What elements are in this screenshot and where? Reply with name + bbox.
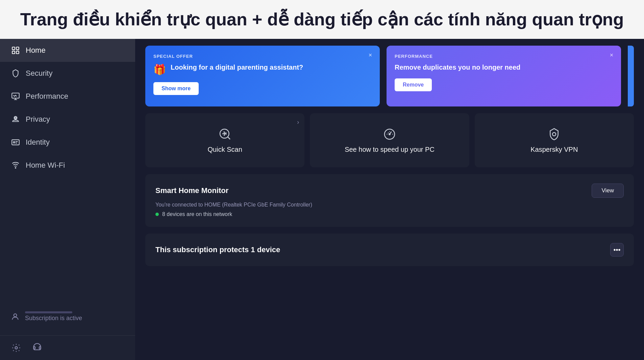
security-label: Security: [26, 69, 52, 78]
vpn-label: Kaspersky VPN: [530, 146, 578, 153]
vpn-shield-icon: [547, 127, 561, 141]
content-area: SPECIAL OFFER × 🎁 Looking for a digital …: [135, 39, 644, 360]
header-banner: Trang điều khiển trực quan + dễ dàng tiế…: [0, 0, 644, 39]
special-offer-close-button[interactable]: ×: [366, 51, 374, 59]
svg-rect-2: [12, 51, 15, 54]
vpn-card[interactable]: Kaspersky VPN: [475, 113, 634, 167]
subscription-card: This subscription protects 1 device •••: [145, 234, 634, 266]
support-button[interactable]: [32, 342, 43, 353]
wifi-icon: [11, 161, 20, 170]
svg-point-13: [39, 347, 41, 349]
svg-rect-1: [16, 47, 19, 50]
speedometer-icon: [383, 127, 396, 141]
svg-point-12: [34, 347, 35, 349]
sidebar-item-identity[interactable]: Identity: [0, 131, 135, 154]
svg-rect-0: [12, 47, 15, 50]
subscription-status: Subscription is active: [25, 315, 82, 321]
performance-offer-title: Remove duplicates you no longer need: [395, 63, 520, 72]
green-dot: [155, 213, 159, 216]
subscription-item: Subscription is active: [11, 308, 124, 325]
security-icon: [11, 69, 20, 78]
sidebar-bottom: Subscription is active: [0, 301, 135, 335]
devices-count: 8 devices are on this network: [162, 211, 232, 217]
right-strip: [628, 46, 634, 106]
gift-icon: 🎁: [153, 64, 166, 75]
svg-rect-3: [16, 51, 19, 54]
performance-label: Performance: [26, 92, 68, 101]
header-title: Trang điều khiển trực quan + dễ dàng tiế…: [20, 9, 624, 30]
privacy-label: Privacy: [26, 115, 50, 124]
home-wifi-label: Home Wi-Fi: [26, 161, 65, 170]
performance-offer-card: PERFORMANCE × Remove duplicates you no l…: [387, 46, 621, 106]
home-icon: [11, 46, 20, 55]
svg-point-6: [15, 117, 16, 119]
quick-scan-label: Quick Scan: [208, 146, 242, 153]
quick-scan-card[interactable]: › Quick Scan: [145, 113, 304, 167]
performance-offer-tag: PERFORMANCE: [395, 54, 613, 59]
quick-scan-icon: [218, 127, 232, 141]
settings-button[interactable]: [11, 342, 22, 353]
sidebar-item-privacy[interactable]: Privacy: [0, 108, 135, 131]
identity-icon: [11, 138, 20, 147]
performance-offer-body: Remove duplicates you no longer need: [395, 63, 613, 72]
show-more-button[interactable]: Show more: [153, 82, 199, 95]
performance-offer-close-button[interactable]: ×: [608, 51, 616, 59]
monitor-title: Smart Home Monitor: [155, 186, 228, 195]
privacy-icon: [11, 115, 20, 124]
action-cards-row: › Quick Scan: [145, 113, 634, 167]
sidebar-item-home-wifi[interactable]: Home Wi-Fi: [0, 154, 135, 177]
sidebar-footer: [0, 335, 135, 360]
subscription-progress-bar: [25, 311, 72, 313]
svg-point-9: [15, 168, 16, 168]
svg-point-11: [15, 347, 18, 349]
monitor-devices: 8 devices are on this network: [155, 211, 624, 217]
user-icon: [11, 312, 20, 321]
special-offer-tag: SPECIAL OFFER: [153, 54, 372, 59]
sidebar: Home Security Performance: [0, 39, 135, 360]
sidebar-item-security[interactable]: Security: [0, 62, 135, 85]
monitor-header: Smart Home Monitor View: [155, 184, 624, 198]
speed-up-card[interactable]: See how to speed up your PC: [310, 113, 469, 167]
identity-label: Identity: [26, 138, 50, 147]
svg-point-10: [14, 314, 17, 317]
performance-icon: [11, 92, 20, 101]
remove-duplicates-button[interactable]: Remove: [395, 78, 432, 91]
svg-point-18: [552, 133, 556, 136]
home-label: Home: [26, 46, 46, 55]
cards-row: SPECIAL OFFER × 🎁 Looking for a digital …: [145, 39, 634, 106]
sidebar-item-home[interactable]: Home: [0, 39, 135, 62]
main-container: Home Security Performance: [0, 39, 644, 360]
special-offer-title: Looking for a digital parenting assistan…: [171, 63, 303, 72]
subscription-title: This subscription protects 1 device: [155, 245, 280, 254]
smart-home-monitor-card: Smart Home Monitor View You're connected…: [145, 174, 634, 227]
svg-point-8: [14, 142, 15, 143]
quick-scan-chevron: ›: [297, 119, 299, 126]
view-button[interactable]: View: [592, 184, 624, 198]
sidebar-item-performance[interactable]: Performance: [0, 85, 135, 108]
speed-up-label: See how to speed up your PC: [345, 146, 435, 153]
svg-point-17: [389, 134, 390, 135]
monitor-subtitle: You're connected to HOME (Realtek PCIe G…: [155, 202, 624, 208]
more-options-button[interactable]: •••: [610, 243, 624, 257]
special-offer-card: SPECIAL OFFER × 🎁 Looking for a digital …: [145, 46, 380, 106]
special-offer-body: 🎁 Looking for a digital parenting assist…: [153, 63, 372, 75]
